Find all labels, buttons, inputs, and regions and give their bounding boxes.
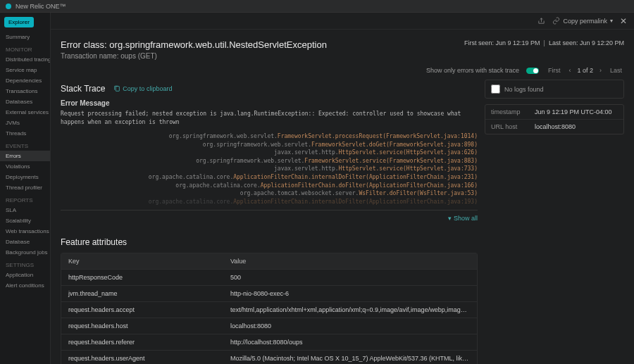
explorer-button[interactable]: Explorer (4, 17, 34, 27)
attr-value: Mozilla/5.0 (Macintosh; Intel Mac OS X 1… (223, 351, 477, 364)
sidebar-item-thread-profiler[interactable]: Thread profiler (0, 182, 50, 193)
attr-key: request.headers.referer (61, 334, 223, 350)
sidebar-item-database[interactable]: Database (0, 237, 50, 247)
main-layout: Explorer SummaryMONITORDistributed traci… (0, 13, 634, 364)
sidebar-section-label: REPORTS (0, 193, 50, 205)
logs-empty: No logs found (485, 80, 624, 99)
sidebar: Explorer SummaryMONITORDistributed traci… (0, 13, 51, 364)
sidebar-item-alert-conditions[interactable]: Alert conditions (0, 280, 50, 291)
logs-checkbox[interactable] (491, 84, 500, 94)
stack-trace-heading: Stack Trace Copy to clipboard (61, 84, 478, 94)
sidebar-item-threads[interactable]: Threads (0, 128, 50, 139)
pager-prev[interactable]: ‹ (566, 67, 573, 74)
sidebar-item-application[interactable]: Application (0, 270, 50, 280)
copy-clipboard-button[interactable]: Copy to clipboard (113, 85, 172, 92)
sidebar-item-sla[interactable]: SLA (0, 205, 50, 215)
sidebar-item-errors[interactable]: Errors (0, 151, 50, 161)
attr-key: request.headers.userAgent (61, 351, 223, 364)
sidebar-item-dependencies[interactable]: Dependencies (0, 75, 50, 86)
meta-row: timestampJun 9 12:19 PM UTC-04:00 (485, 105, 623, 120)
col-key: Key (61, 253, 223, 269)
sidebar-section-label: SETTINGS (0, 258, 50, 270)
attr-key: request.headers.host (61, 318, 223, 334)
table-row: request.headers.refererhttp://localhost:… (61, 334, 477, 351)
sidebar-section-label: MONITOR (0, 42, 50, 54)
svg-rect-0 (116, 87, 120, 92)
pager-first[interactable]: First (546, 67, 563, 74)
sidebar-item-deployments[interactable]: Deployments (0, 172, 50, 182)
attr-value: http://localhost:8080/oups (223, 334, 477, 350)
transaction-name: Transaction name: oups (GET) (61, 52, 327, 60)
pager-page: 1 of 2 (577, 67, 593, 74)
top-bar: New Relic ONE™ (0, 0, 634, 13)
attr-value: 500 (223, 270, 477, 285)
sidebar-item-violations[interactable]: Violations (0, 161, 50, 172)
sidebar-item-databases[interactable]: Databases (0, 96, 50, 107)
pager-next[interactable]: › (597, 67, 604, 74)
logs-meta: timestampJun 9 12:19 PM UTC-04:00URL hos… (485, 104, 624, 134)
stack-toggle[interactable] (526, 68, 539, 74)
sidebar-item-service-map[interactable]: Service map (0, 65, 50, 75)
brand-label: New Relic ONE™ (15, 3, 66, 10)
stack-trace: org.springframework.web.servlet.Framewor… (61, 132, 478, 206)
sidebar-item-scalability[interactable]: Scalability (0, 215, 50, 226)
share-icon[interactable] (537, 17, 545, 25)
table-row: httpResponseCode500 (61, 270, 477, 286)
error-message-label: Error Message (61, 99, 478, 107)
sidebar-item-external-services[interactable]: External services (0, 107, 50, 118)
sidebar-item-distributed-tracing[interactable]: Distributed tracing (0, 54, 50, 65)
sidebar-item-background-jobs[interactable]: Background jobs (0, 247, 50, 258)
seen-meta: First seen: Jun 9 12:19 PM | Last seen: … (464, 39, 624, 46)
copy-permalink-label: Copy permalink (563, 18, 607, 25)
feature-attrs-heading: Feature attributes (61, 237, 478, 247)
table-row: request.headers.hostlocalhost:8080 (61, 318, 477, 334)
pager-last[interactable]: Last (608, 67, 624, 74)
error-class-title: Error class: org.springframework.web.uti… (61, 39, 327, 50)
close-icon[interactable]: ✕ (620, 16, 627, 26)
sidebar-item-transactions[interactable]: Transactions (0, 86, 50, 96)
table-row: request.headers.accepttext/html,applicat… (61, 302, 477, 318)
pager: First ‹ 1 of 2 › Last (546, 67, 624, 74)
link-icon (552, 17, 560, 25)
feature-attrs-table: KeyValue httpResponseCode500jvm.thread_n… (61, 253, 478, 364)
content: Copy permalink ▾ ✕ Error class: org.spri… (51, 13, 634, 364)
toolbar: Copy permalink ▾ ✕ (51, 13, 634, 30)
copy-permalink-button[interactable]: Copy permalink ▾ (552, 17, 613, 25)
attr-value: http-nio-8080-exec-6 (223, 286, 477, 301)
show-all-button[interactable]: ▾ Show all (61, 210, 478, 226)
sidebar-section-label: EVENTS (0, 139, 50, 151)
clipboard-icon (113, 85, 120, 92)
meta-row: URL hostlocalhost:8080 (485, 120, 623, 134)
sidebar-item-jvms[interactable]: JVMs (0, 118, 50, 128)
chevron-down-icon: ▾ (610, 18, 613, 24)
attr-value: localhost:8080 (223, 318, 477, 334)
sidebar-item-web-transactions[interactable]: Web transactions (0, 226, 50, 237)
attr-key: jvm.thread_name (61, 286, 223, 301)
header: Error class: org.springframework.web.uti… (51, 30, 634, 67)
col-value: Value (223, 253, 477, 269)
controls-row: Show only errors with stack trace First … (51, 67, 634, 80)
attr-key: request.headers.accept (61, 302, 223, 318)
table-row: request.headers.userAgentMozilla/5.0 (Ma… (61, 351, 477, 364)
stack-toggle-label: Show only errors with stack trace (426, 67, 519, 74)
sidebar-item-summary[interactable]: Summary (0, 32, 50, 42)
attr-value: text/html,application/xhtml+xml,applicat… (223, 302, 477, 318)
attr-key: httpResponseCode (61, 270, 223, 285)
logo-icon (6, 4, 11, 9)
table-row: jvm.thread_namehttp-nio-8080-exec-6 (61, 286, 477, 302)
error-message: Request processing failed; nested except… (61, 110, 478, 127)
